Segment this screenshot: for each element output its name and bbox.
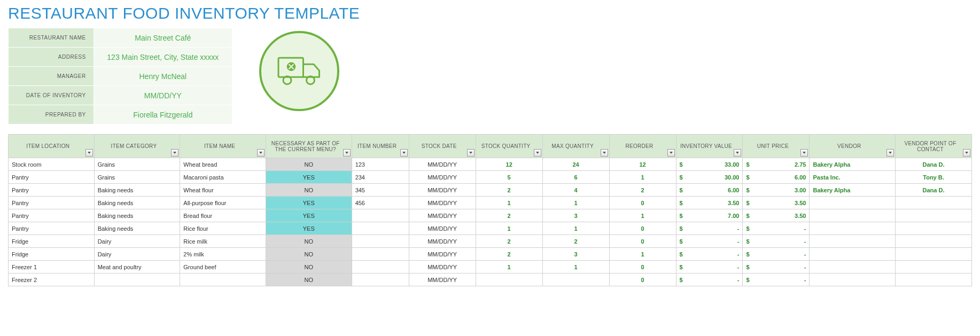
cell-stock-date[interactable]: MM/DD/YY bbox=[409, 171, 476, 184]
cell-necessary[interactable]: NO bbox=[266, 235, 352, 248]
cell-item-number[interactable] bbox=[352, 248, 409, 261]
cell-inventory-value[interactable]: $- bbox=[676, 274, 743, 286]
cell-location[interactable]: Pantry bbox=[9, 197, 95, 209]
cell-location[interactable]: Pantry bbox=[9, 171, 95, 184]
cell-inventory-value[interactable]: $- bbox=[676, 235, 743, 248]
cell-max-qty[interactable]: 24 bbox=[542, 158, 609, 171]
cell-reorder[interactable]: 1 bbox=[609, 171, 676, 184]
cell-reorder[interactable]: 0 bbox=[609, 222, 676, 235]
cell-inventory-value[interactable]: $6.00 bbox=[676, 184, 743, 197]
cell-stock-date[interactable]: MM/DD/YY bbox=[409, 235, 476, 248]
cell-stock-qty[interactable]: 5 bbox=[476, 171, 542, 184]
cell-stock-qty[interactable]: 1 bbox=[476, 222, 542, 235]
cell-name[interactable]: Rice flour bbox=[180, 222, 266, 235]
cell-location[interactable]: Stock room bbox=[9, 158, 95, 171]
cell-item-number[interactable] bbox=[352, 274, 409, 286]
cell-vendor[interactable] bbox=[810, 222, 896, 235]
cell-location[interactable]: Pantry bbox=[9, 184, 95, 197]
cell-max-qty[interactable]: 4 bbox=[542, 184, 609, 197]
cell-unit-price[interactable]: $3.50 bbox=[743, 209, 810, 222]
cell-category[interactable]: Baking needs bbox=[94, 184, 180, 197]
cell-location[interactable]: Fridge bbox=[9, 248, 95, 261]
cell-vendor[interactable] bbox=[810, 274, 896, 286]
cell-necessary[interactable]: YES bbox=[266, 197, 352, 209]
cell-category[interactable]: Baking needs bbox=[94, 197, 180, 209]
cell-category[interactable]: Meat and poultry bbox=[94, 261, 180, 274]
cell-vendor-contact[interactable] bbox=[896, 222, 972, 235]
cell-necessary[interactable]: NO bbox=[266, 248, 352, 261]
value-restaurant[interactable]: Main Street Café bbox=[94, 28, 232, 48]
cell-name[interactable] bbox=[180, 274, 266, 286]
cell-stock-qty[interactable]: 1 bbox=[476, 197, 542, 209]
cell-unit-price[interactable]: $- bbox=[743, 274, 810, 286]
cell-location[interactable]: Freezer 1 bbox=[9, 261, 95, 274]
value-address[interactable]: 123 Main Street, City, State xxxxx bbox=[94, 48, 232, 67]
cell-stock-date[interactable]: MM/DD/YY bbox=[409, 222, 476, 235]
cell-inventory-value[interactable]: $- bbox=[676, 222, 743, 235]
cell-reorder[interactable]: 1 bbox=[609, 248, 676, 261]
cell-category[interactable] bbox=[94, 274, 180, 286]
cell-category[interactable]: Grains bbox=[94, 171, 180, 184]
cell-name[interactable]: Wheat flour bbox=[180, 184, 266, 197]
filter-dropdown-icon[interactable] bbox=[667, 149, 675, 157]
cell-necessary[interactable]: YES bbox=[266, 209, 352, 222]
cell-reorder[interactable]: 0 bbox=[609, 197, 676, 209]
cell-reorder[interactable]: 0 bbox=[609, 261, 676, 274]
cell-category[interactable]: Baking needs bbox=[94, 222, 180, 235]
cell-vendor-contact[interactable] bbox=[896, 235, 972, 248]
cell-stock-date[interactable]: MM/DD/YY bbox=[409, 197, 476, 209]
cell-vendor-contact[interactable] bbox=[896, 209, 972, 222]
value-date[interactable]: MM/DD/YY bbox=[94, 86, 232, 105]
cell-stock-qty[interactable]: 2 bbox=[476, 184, 542, 197]
cell-item-number[interactable]: 456 bbox=[352, 197, 409, 209]
cell-category[interactable]: Grains bbox=[94, 158, 180, 171]
cell-reorder[interactable]: 1 bbox=[609, 209, 676, 222]
cell-reorder[interactable]: 0 bbox=[609, 274, 676, 286]
filter-dropdown-icon[interactable] bbox=[467, 149, 475, 157]
cell-unit-price[interactable]: $- bbox=[743, 261, 810, 274]
cell-vendor-contact[interactable]: Dana D. bbox=[896, 158, 972, 171]
cell-vendor[interactable]: Bakery Alpha bbox=[810, 184, 896, 197]
cell-stock-qty[interactable] bbox=[476, 274, 542, 286]
cell-necessary[interactable]: NO bbox=[266, 261, 352, 274]
cell-name[interactable]: Macaroni pasta bbox=[180, 171, 266, 184]
cell-stock-date[interactable]: MM/DD/YY bbox=[409, 209, 476, 222]
cell-vendor[interactable] bbox=[810, 235, 896, 248]
cell-max-qty[interactable]: 1 bbox=[542, 197, 609, 209]
cell-unit-price[interactable]: $3.00 bbox=[743, 184, 810, 197]
cell-name[interactable]: 2% milk bbox=[180, 248, 266, 261]
cell-stock-qty[interactable]: 2 bbox=[476, 235, 542, 248]
cell-max-qty[interactable]: 2 bbox=[542, 235, 609, 248]
value-manager[interactable]: Henry McNeal bbox=[94, 67, 232, 86]
filter-dropdown-icon[interactable] bbox=[601, 149, 608, 157]
cell-unit-price[interactable]: $- bbox=[743, 248, 810, 261]
cell-item-number[interactable] bbox=[352, 209, 409, 222]
cell-stock-date[interactable]: MM/DD/YY bbox=[409, 158, 476, 171]
cell-vendor-contact[interactable] bbox=[896, 248, 972, 261]
cell-stock-qty[interactable]: 2 bbox=[476, 248, 542, 261]
cell-vendor-contact[interactable] bbox=[896, 261, 972, 274]
cell-necessary[interactable]: YES bbox=[266, 222, 352, 235]
cell-vendor[interactable] bbox=[810, 197, 896, 209]
filter-dropdown-icon[interactable] bbox=[257, 149, 265, 157]
cell-item-number[interactable]: 123 bbox=[352, 158, 409, 171]
cell-inventory-value[interactable]: $- bbox=[676, 261, 743, 274]
cell-max-qty[interactable]: 1 bbox=[542, 222, 609, 235]
cell-inventory-value[interactable]: $- bbox=[676, 248, 743, 261]
cell-max-qty[interactable]: 1 bbox=[542, 261, 609, 274]
cell-necessary[interactable]: YES bbox=[266, 171, 352, 184]
cell-reorder[interactable]: 0 bbox=[609, 235, 676, 248]
cell-item-number[interactable] bbox=[352, 261, 409, 274]
cell-item-number[interactable]: 234 bbox=[352, 171, 409, 184]
cell-vendor[interactable]: Pasta Inc. bbox=[810, 171, 896, 184]
cell-location[interactable]: Fridge bbox=[9, 235, 95, 248]
cell-location[interactable]: Pantry bbox=[9, 222, 95, 235]
cell-stock-date[interactable]: MM/DD/YY bbox=[409, 184, 476, 197]
cell-stock-qty[interactable]: 1 bbox=[476, 261, 542, 274]
cell-stock-qty[interactable]: 2 bbox=[476, 209, 542, 222]
cell-max-qty[interactable]: 6 bbox=[542, 171, 609, 184]
cell-stock-date[interactable]: MM/DD/YY bbox=[409, 261, 476, 274]
cell-name[interactable]: Rice milk bbox=[180, 235, 266, 248]
cell-stock-date[interactable]: MM/DD/YY bbox=[409, 248, 476, 261]
filter-dropdown-icon[interactable] bbox=[963, 149, 970, 157]
